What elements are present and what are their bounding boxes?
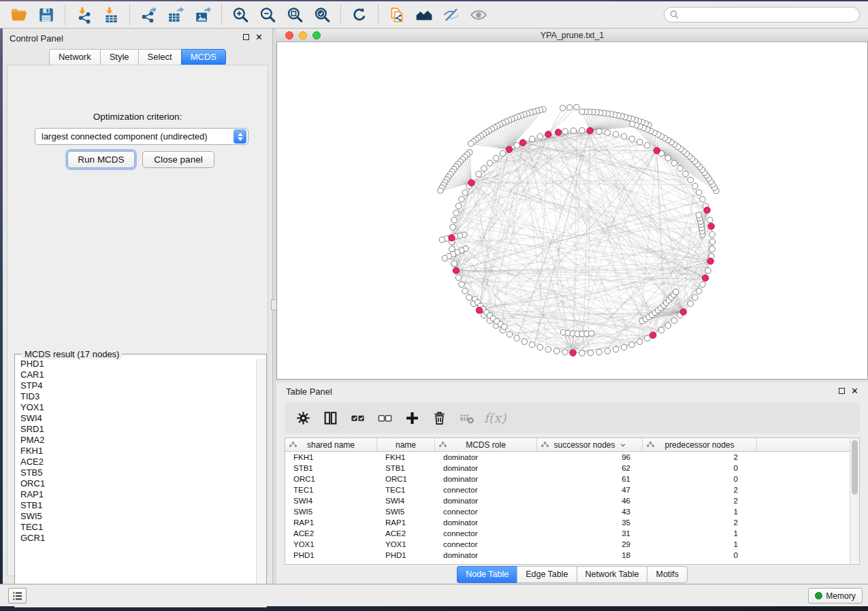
zoom-out-button[interactable] xyxy=(254,4,281,26)
cell: ACE2 xyxy=(293,528,376,539)
hide-selected-button[interactable] xyxy=(438,4,465,26)
mcds-result-item[interactable]: FKH1 xyxy=(16,446,256,457)
table-row-FKH1[interactable]: FKH1FKH1dominator962 xyxy=(285,452,850,463)
save-session-icon xyxy=(37,6,55,24)
export-network-button[interactable] xyxy=(135,4,162,26)
close-panel-button[interactable]: Close panel xyxy=(142,151,214,168)
table-row-SWI4[interactable]: SWI4SWI4dominator462 xyxy=(285,495,850,506)
cell: 96 xyxy=(537,452,630,463)
table-row-SWI5[interactable]: SWI5SWI5connector431 xyxy=(285,506,850,517)
memory-status-icon xyxy=(815,592,822,599)
close-table-panel-icon[interactable]: ✕ xyxy=(851,388,858,394)
network-home-button[interactable] xyxy=(411,4,438,26)
select-all-checkboxes-button[interactable] xyxy=(346,406,369,429)
float-table-panel-icon[interactable] xyxy=(839,388,845,394)
mcds-result-item[interactable]: YOX1 xyxy=(16,402,256,413)
network-canvas[interactable] xyxy=(276,42,868,380)
share-network-document-button[interactable] xyxy=(383,4,411,26)
show-columns-button[interactable] xyxy=(319,406,342,429)
table-settings-icon xyxy=(295,410,311,426)
table-settings-button[interactable] xyxy=(291,406,315,429)
tab-network-table[interactable]: Network Table xyxy=(577,566,647,583)
network-titlebar[interactable]: YPA_prune.txt_1 xyxy=(276,29,868,42)
tab-select[interactable]: Select xyxy=(138,49,181,65)
mcds-result-item[interactable]: SRD1 xyxy=(16,424,256,435)
mcds-list-scrollbar[interactable] xyxy=(256,359,266,606)
export-table-button[interactable] xyxy=(162,4,189,26)
table-tabs: Node TableEdge TableNetwork TableMotifs xyxy=(276,566,868,583)
close-window-icon[interactable] xyxy=(285,31,293,39)
table-row-STB1[interactable]: STB1STB1dominator620 xyxy=(285,463,850,474)
table-scrollbar-thumb[interactable] xyxy=(852,440,858,495)
open-session-button[interactable] xyxy=(5,4,33,26)
table-row-ORC1[interactable]: ORC1ORC1dominator610 xyxy=(285,474,850,484)
zoom-selected-region-button[interactable] xyxy=(308,4,336,26)
mcds-result-item[interactable]: CAR1 xyxy=(16,369,256,380)
mcds-result-item[interactable]: PHD1 xyxy=(16,359,256,369)
tab-mcds[interactable]: MCDS xyxy=(181,49,226,65)
cell: 2 xyxy=(643,452,738,463)
cell: dominator xyxy=(443,495,536,506)
import-table-from-file-button[interactable] xyxy=(97,4,125,26)
status-bar: Memory xyxy=(0,584,868,606)
task-history-button[interactable] xyxy=(8,588,27,604)
unselect-all-checkboxes-button[interactable] xyxy=(373,406,396,429)
cell: 35 xyxy=(537,517,630,528)
save-session-button[interactable] xyxy=(33,4,60,26)
column-header-MCDS-role[interactable]: MCDS role xyxy=(435,438,537,452)
close-panel-icon[interactable]: ✕ xyxy=(255,34,263,40)
tab-edge-table[interactable]: Edge Table xyxy=(517,566,576,583)
toolbar-separator xyxy=(378,5,379,25)
column-header-shared-name[interactable]: shared name xyxy=(285,438,377,452)
mcds-result-item[interactable]: SWI5 xyxy=(16,511,256,522)
table-row-RAP1[interactable]: RAP1RAP1dominator352 xyxy=(285,517,850,528)
tab-network[interactable]: Network xyxy=(49,49,100,65)
mcds-result-item[interactable]: PMA2 xyxy=(16,435,256,446)
criterion-select[interactable]: largest connected component (undirected) xyxy=(35,128,248,145)
cell: 62 xyxy=(537,463,630,474)
mcds-result-item[interactable]: STB1 xyxy=(16,500,256,511)
cell: connector xyxy=(443,484,536,495)
mcds-result-item[interactable]: ACE2 xyxy=(16,457,256,467)
cell: ACE2 xyxy=(385,528,434,539)
import-network-from-file-button[interactable] xyxy=(70,4,97,26)
zoom-fit-content-button[interactable] xyxy=(281,4,308,26)
maximize-window-icon[interactable] xyxy=(312,31,321,39)
table-row-ACE2[interactable]: ACE2ACE2connector311 xyxy=(285,528,850,539)
column-label: successor nodes xyxy=(553,440,615,450)
cell: 1 xyxy=(643,539,738,550)
memory-button[interactable]: Memory xyxy=(808,588,863,604)
mcds-result-item[interactable]: TID3 xyxy=(16,391,256,402)
update-network-button[interactable] xyxy=(346,4,373,26)
main-toolbar xyxy=(0,1,868,29)
search-input[interactable] xyxy=(664,7,860,22)
column-header-name[interactable]: name xyxy=(377,438,435,452)
export-image-button[interactable] xyxy=(189,4,216,26)
zoom-in-button[interactable] xyxy=(227,4,254,26)
select-stepper-icon xyxy=(234,129,246,144)
column-header-predecessor-nodes[interactable]: predecessor nodes xyxy=(643,438,757,452)
tab-node-table[interactable]: Node Table xyxy=(457,566,517,583)
import-network-from-file-icon xyxy=(75,6,93,24)
tab-style[interactable]: Style xyxy=(100,49,138,65)
delete-selected-button[interactable] xyxy=(428,406,451,429)
mcds-result-item[interactable]: GCR1 xyxy=(16,533,256,544)
column-header-successor-nodes[interactable]: successor nodes xyxy=(537,438,643,452)
minimize-window-icon[interactable] xyxy=(299,31,307,39)
toolbar-separator xyxy=(340,5,341,25)
tab-motifs[interactable]: Motifs xyxy=(647,566,687,583)
show-all-button[interactable] xyxy=(465,4,492,26)
mcds-result-item[interactable]: TEC1 xyxy=(16,522,256,533)
mcds-result-item[interactable]: SWI4 xyxy=(16,413,256,424)
table-row-PHD1[interactable]: PHD1PHD1dominator180 xyxy=(285,550,850,561)
table-row-YOX1[interactable]: YOX1YOX1connector291 xyxy=(285,539,850,550)
mcds-result-item[interactable]: STP4 xyxy=(16,380,256,391)
mcds-result-item[interactable]: RAP1 xyxy=(16,489,256,500)
table-row-TEC1[interactable]: TEC1TEC1connector472 xyxy=(285,484,850,495)
mcds-result-item[interactable]: STB5 xyxy=(16,467,256,478)
add-column-button[interactable] xyxy=(400,406,423,429)
table-scrollbar[interactable] xyxy=(850,438,859,564)
run-mcds-button[interactable]: Run MCDS xyxy=(67,151,135,168)
mcds-result-item[interactable]: ORC1 xyxy=(16,478,256,489)
float-panel-icon[interactable] xyxy=(243,34,249,40)
